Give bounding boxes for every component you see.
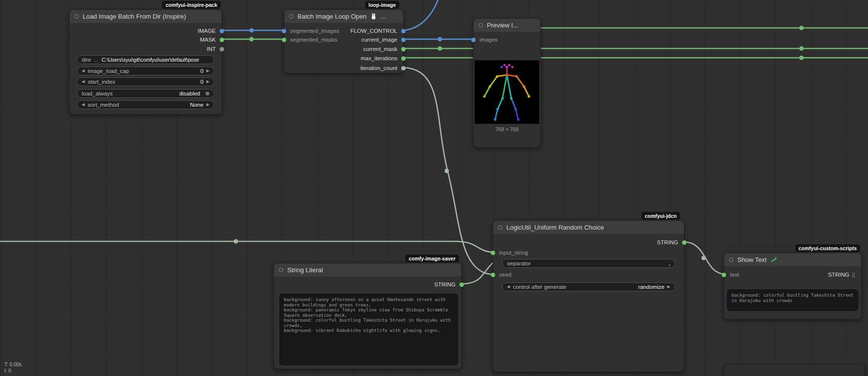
string-textarea[interactable]: background: sunny afternoon on a quiet O… <box>279 294 458 365</box>
output-slot-iteration-count[interactable] <box>401 66 406 70</box>
output-row: max_iterations <box>284 54 403 63</box>
toggle-knob-icon[interactable] <box>206 92 209 95</box>
collapse-dot-icon[interactable] <box>74 14 79 19</box>
output-slot-current-mask[interactable] <box>401 47 406 51</box>
widget-value: randomize <box>638 284 664 290</box>
output-row: current_mask <box>284 45 403 53</box>
collapse-dot-icon[interactable] <box>729 258 733 262</box>
node-string-literal[interactable]: comfy-image-saver String Literal STRING … <box>274 263 462 369</box>
node-title-bar[interactable]: LogicUtil_Uniform Random Choice <box>493 221 684 234</box>
widget-label: dire <box>82 57 91 63</box>
slot-row: segmented_masks current_image <box>284 35 403 44</box>
node-preview-image[interactable]: Preview I... images <box>473 18 541 148</box>
collapse-dot-icon[interactable] <box>498 225 503 230</box>
control-after-generate-widget[interactable]: control after generate randomize <box>502 282 675 291</box>
node-logicutil-random-choice[interactable]: comfyui-jdcn LogicUtil_Uniform Random Ch… <box>493 220 685 372</box>
input-slot-seed[interactable] <box>491 273 495 277</box>
slot-row: input_string <box>493 248 684 257</box>
collapse-dot-icon[interactable] <box>279 268 283 272</box>
output-slot-image[interactable] <box>220 29 224 33</box>
node-title: Load Image Batch From Dir (Inspire) <box>83 13 186 20</box>
ellipsis: ... <box>94 57 99 63</box>
output-row: iteration_count <box>284 64 403 72</box>
link-dot[interactable] <box>799 47 804 51</box>
widget-value: C:\Users\syui\git\comfyui\user\default\p… <box>102 57 199 63</box>
output-label: IMAGE <box>198 28 216 34</box>
prev-option-icon[interactable] <box>82 103 85 107</box>
widget-value: , <box>669 260 670 266</box>
directory-widget[interactable]: dire ... C:\Users\syui\git\comfyui\user\… <box>77 55 214 64</box>
load-always-toggle[interactable]: load_always disabled <box>77 89 214 98</box>
node-badge: loop-image <box>365 1 399 9</box>
prev-option-icon[interactable] <box>507 285 510 289</box>
output-slot-string[interactable] <box>459 282 464 287</box>
node-badge: comfyui-jdcn <box>641 212 680 220</box>
link-dot[interactable] <box>234 239 238 244</box>
link-dot[interactable] <box>799 56 804 60</box>
input-slot-segmented-masks[interactable] <box>282 38 286 42</box>
collapse-dot-icon[interactable] <box>289 14 294 19</box>
status-iterations: I: 0 <box>4 368 11 374</box>
pose-preview-image[interactable] <box>475 60 539 124</box>
node-title-bar[interactable]: Load Image Batch From Dir (Inspire) <box>69 10 222 23</box>
widget-label: sort_method <box>88 102 119 108</box>
link-dot[interactable] <box>702 256 706 260</box>
node-batch-image-loop[interactable]: loop-image Batch Image Loop Open ... seg… <box>284 9 404 73</box>
separator-widget[interactable]: separator , <box>502 259 675 268</box>
output-slot-max-iterations[interactable] <box>401 56 406 61</box>
show-text-display[interactable]: background: colorful bustling Takeshita … <box>727 289 858 311</box>
link-dot[interactable] <box>438 47 442 51</box>
node-title-bar[interactable]: Show Text <box>724 253 861 266</box>
link-dot[interactable] <box>445 169 449 173</box>
slot-row: images <box>474 35 540 44</box>
input-slot-images[interactable] <box>471 38 476 42</box>
node-badge: comfyui-inspire-pack <box>162 1 221 9</box>
partial-node[interactable] <box>724 364 865 376</box>
input-label: segmented_masks <box>290 37 338 43</box>
widget-value: 0 <box>200 68 203 74</box>
node-load-image-batch[interactable]: comfyui-inspire-pack Load Image Batch Fr… <box>69 9 222 115</box>
rabbit-icon <box>370 13 377 20</box>
start-index-widget[interactable]: start_index 0 <box>77 77 214 86</box>
grip-dots-icon[interactable] <box>852 272 855 278</box>
output-label: current_image <box>361 37 397 43</box>
node-title-bar[interactable]: String Literal <box>274 263 461 277</box>
output-label: current_mask <box>363 46 397 52</box>
increment-icon[interactable] <box>206 69 209 73</box>
decrement-icon[interactable] <box>82 69 85 73</box>
input-slot-text[interactable] <box>722 273 726 277</box>
next-option-icon[interactable] <box>206 103 209 107</box>
output-label: max_iterations <box>361 55 397 61</box>
node-title: Preview I... <box>487 22 518 29</box>
node-show-text[interactable]: comfyui-custom-scripts Show Text text ST… <box>724 253 862 320</box>
output-slot-current-image[interactable] <box>401 38 406 42</box>
node-title: Show Text <box>737 256 767 263</box>
sort-method-widget[interactable]: sort_method None <box>77 100 214 109</box>
input-slot-segmented-images[interactable] <box>282 29 286 33</box>
decrement-icon[interactable] <box>82 80 85 84</box>
output-slot-int[interactable] <box>220 47 224 51</box>
node-title-bar[interactable] <box>724 365 865 376</box>
output-row: IMAGE <box>69 26 222 35</box>
node-title-bar[interactable]: Batch Image Loop Open ... <box>284 10 403 23</box>
openpose-skeleton <box>475 60 539 124</box>
link-dot[interactable] <box>799 26 804 30</box>
next-option-icon[interactable] <box>667 285 670 289</box>
input-slot-input-string[interactable] <box>491 251 495 255</box>
slot-row: text STRING <box>724 270 861 279</box>
output-slot-flow-control[interactable] <box>401 29 406 33</box>
link-dot[interactable] <box>438 37 442 42</box>
node-title-bar[interactable]: Preview I... <box>474 19 540 32</box>
output-label: STRING <box>657 239 678 245</box>
slot-row: seed <box>493 270 684 279</box>
image-load-cap-widget[interactable]: image_load_cap 0 <box>77 67 214 75</box>
increment-icon[interactable] <box>206 80 209 84</box>
slot-row: segmented_images FLOW_CONTROL <box>284 26 403 35</box>
output-slot-mask[interactable] <box>220 38 224 42</box>
link-dot[interactable] <box>250 28 254 33</box>
output-label: FLOW_CONTROL <box>350 28 397 34</box>
output-slot-string[interactable] <box>682 240 686 245</box>
collapse-dot-icon[interactable] <box>479 23 483 27</box>
link-dot[interactable] <box>250 37 254 42</box>
output-row: STRING <box>274 280 461 289</box>
